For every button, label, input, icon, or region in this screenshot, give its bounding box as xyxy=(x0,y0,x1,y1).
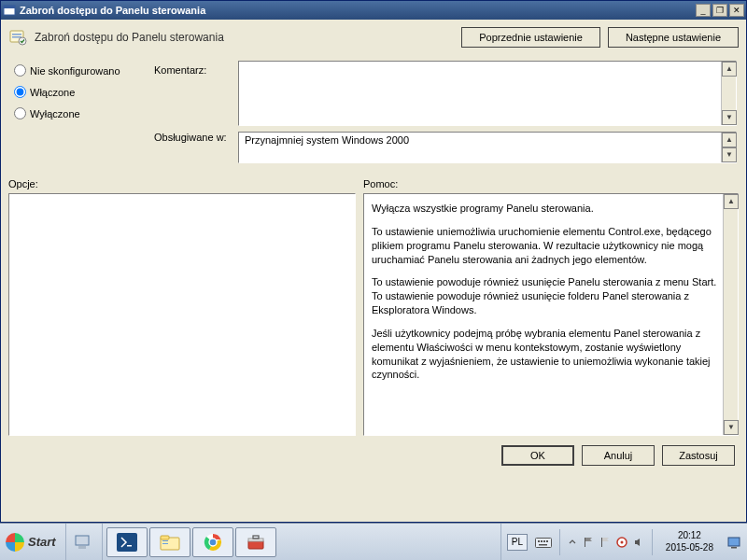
radio-enabled[interactable]: Włączone xyxy=(14,86,154,98)
svg-rect-1 xyxy=(4,6,15,8)
help-scrollbar[interactable]: ▲ ▼ xyxy=(723,194,738,435)
options-panel: Opcje: xyxy=(8,178,356,436)
apply-button[interactable]: Zastosuj xyxy=(662,445,735,466)
window-title: Zabroń dostępu do Panelu sterowania xyxy=(20,5,696,16)
speaker-icon[interactable] xyxy=(633,537,644,548)
start-label: Start xyxy=(28,535,56,549)
policy-icon xyxy=(8,28,27,47)
radio-enabled-label: Włączone xyxy=(30,87,75,98)
supported-scrollbar[interactable]: ▲ ▼ xyxy=(721,133,736,162)
scroll-down-icon[interactable]: ▼ xyxy=(722,147,737,162)
titlebar: Zabroń dostępu do Panelu sterowania _ ❐ … xyxy=(1,1,746,20)
clock-time: 20:12 xyxy=(666,530,713,542)
scroll-up-icon[interactable]: ▲ xyxy=(722,62,737,77)
config-row: Nie skonfigurowano Włączone Wyłączone Ko… xyxy=(8,55,739,165)
comment-textarea[interactable] xyxy=(239,62,721,125)
radio-not-configured-label: Nie skonfigurowano xyxy=(30,65,120,77)
svg-rect-30 xyxy=(728,538,740,546)
keyboard-icon[interactable] xyxy=(535,536,552,549)
system-tray: PL 20:12 2015-05-28 xyxy=(500,524,747,560)
svg-rect-20 xyxy=(535,538,551,547)
right-fields: ▲ ▼ Przynajmniej system Windows 2000 ▲ ▼ xyxy=(238,61,739,163)
comment-field: ▲ ▼ xyxy=(238,61,737,126)
panels-row: Opcje: Pomoc: Wyłącza wszystkie programy… xyxy=(8,178,739,436)
radio-enabled-input[interactable] xyxy=(14,86,26,98)
help-paragraph: Jeśli użytkownicy podejmą próbę wybrania… xyxy=(372,327,719,382)
svg-rect-27 xyxy=(601,538,602,547)
help-text: Wyłącza wszystkie programy Panelu sterow… xyxy=(364,194,738,435)
tray-chevron-icon[interactable] xyxy=(568,538,577,547)
help-panel: Pomoc: Wyłącza wszystkie programy Panelu… xyxy=(363,178,739,436)
minimize-button[interactable]: _ xyxy=(696,4,711,17)
previous-setting-button[interactable]: Poprzednie ustawienie xyxy=(461,27,600,48)
flag-icon[interactable] xyxy=(583,537,594,548)
task-toolbox[interactable] xyxy=(235,527,276,557)
content-area: Zabroń dostępu do Panelu sterowania Popr… xyxy=(1,20,746,522)
svg-rect-11 xyxy=(161,536,169,539)
radio-not-configured-input[interactable] xyxy=(14,64,26,77)
options-box xyxy=(8,193,356,436)
task-powershell[interactable] xyxy=(106,527,148,557)
supported-label: Obsługiwane w: xyxy=(154,132,238,143)
radio-disabled-label: Wyłączone xyxy=(30,108,80,119)
options-heading: Opcje: xyxy=(8,178,356,189)
svg-point-29 xyxy=(620,540,623,543)
start-button[interactable]: Start xyxy=(0,524,66,560)
scroll-up-icon[interactable]: ▲ xyxy=(724,194,739,209)
svg-rect-19 xyxy=(253,536,259,539)
svg-rect-7 xyxy=(78,546,86,549)
svg-rect-3 xyxy=(12,34,21,35)
help-paragraph: Wyłącza wszystkie programy Panelu sterow… xyxy=(372,202,719,216)
help-paragraph: To ustawienie powoduje również usunięcie… xyxy=(372,275,719,317)
svg-rect-13 xyxy=(162,543,168,544)
svg-rect-25 xyxy=(539,544,547,546)
taskbar-spacer xyxy=(280,524,500,560)
close-button[interactable]: ✕ xyxy=(729,4,744,17)
help-paragraph: To ustawienie uniemożliwia uruchomienie … xyxy=(372,225,719,267)
svg-rect-23 xyxy=(543,540,545,542)
supported-field: Przynajmniej system Windows 2000 ▲ ▼ xyxy=(238,132,737,163)
help-heading: Pomoc: xyxy=(363,178,739,189)
task-explorer[interactable] xyxy=(149,527,190,557)
update-icon[interactable] xyxy=(616,537,627,548)
taskbar: Start PL xyxy=(0,523,747,560)
svg-rect-6 xyxy=(76,536,89,545)
svg-rect-24 xyxy=(546,540,548,542)
header-row: Zabroń dostępu do Panelu sterowania Popr… xyxy=(8,27,739,48)
language-indicator[interactable]: PL xyxy=(507,534,528,551)
supported-text: Przynajmniej system Windows 2000 xyxy=(239,133,736,162)
quick-launch xyxy=(66,524,103,560)
ok-button[interactable]: OK xyxy=(501,445,574,466)
clock[interactable]: 20:12 2015-05-28 xyxy=(660,530,719,553)
maximize-button[interactable]: ❐ xyxy=(712,4,727,17)
radio-not-configured[interactable]: Nie skonfigurowano xyxy=(14,64,154,77)
mid-labels: Komentarz: Obsługiwane w: xyxy=(154,61,238,163)
flag-icon[interactable] xyxy=(599,537,611,548)
scroll-up-icon[interactable]: ▲ xyxy=(722,133,737,147)
policy-title: Zabroń dostępu do Panelu sterowania xyxy=(35,31,454,44)
task-items xyxy=(103,524,280,560)
scroll-down-icon[interactable]: ▼ xyxy=(722,110,737,125)
svg-rect-22 xyxy=(541,540,543,542)
comment-scrollbar[interactable]: ▲ ▼ xyxy=(721,62,736,125)
tray-separator xyxy=(652,529,653,555)
next-setting-button[interactable]: Następne ustawienie xyxy=(608,27,739,48)
tray-icons xyxy=(568,537,644,548)
help-box: Wyłącza wszystkie programy Panelu sterow… xyxy=(363,193,739,436)
dialog-button-row: OK Anuluj Zastosuj xyxy=(8,436,739,475)
server-manager-icon[interactable] xyxy=(70,528,98,556)
start-orb-icon xyxy=(6,533,24,552)
scroll-down-icon[interactable]: ▼ xyxy=(724,420,739,435)
radio-disabled[interactable]: Wyłączone xyxy=(14,107,154,119)
show-desktop-icon[interactable] xyxy=(726,535,741,550)
task-chrome[interactable] xyxy=(192,527,233,557)
state-radios: Nie skonfigurowano Włączone Wyłączone xyxy=(14,61,154,163)
options-content xyxy=(9,194,355,435)
svg-rect-9 xyxy=(127,545,132,547)
radio-disabled-input[interactable] xyxy=(14,107,26,119)
cancel-button[interactable]: Anuluj xyxy=(582,445,655,466)
svg-rect-26 xyxy=(585,538,585,547)
svg-rect-31 xyxy=(731,547,737,549)
window-buttons: _ ❐ ✕ xyxy=(696,4,744,17)
svg-rect-12 xyxy=(162,540,168,541)
